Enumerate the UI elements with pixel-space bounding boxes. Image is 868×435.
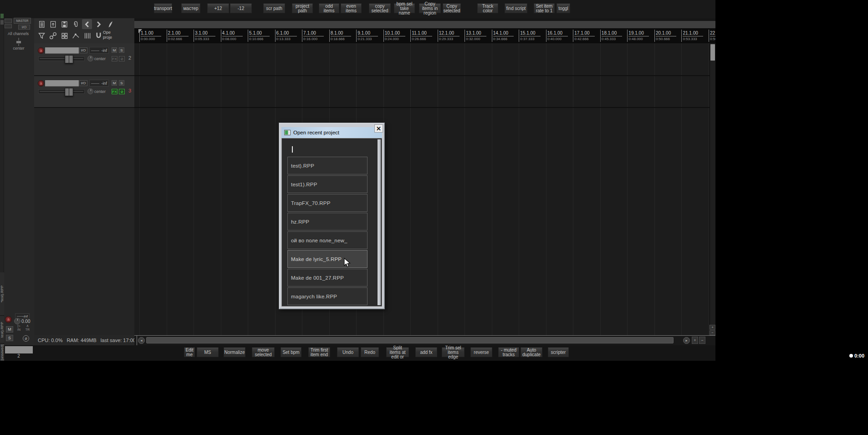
search-input-caret[interactable] <box>292 146 293 153</box>
trim-mode-button[interactable]: ∧ TR <box>24 324 31 334</box>
timeline-ruler[interactable]: 1.1.000:00.0002.1.000:02.6663.1.000:05.3… <box>134 28 715 43</box>
toolbar-button[interactable]: project path <box>292 4 313 13</box>
redo-chevron-icon[interactable] <box>93 19 103 29</box>
v-zoom-in-button[interactable]: + <box>710 325 715 330</box>
master-record-arm-button[interactable]: a <box>5 316 12 323</box>
recent-project-item[interactable]: Make de 001_27.RPP <box>287 269 368 287</box>
toolbar-button[interactable]: move selected <box>252 348 275 357</box>
stretch-lines-icon[interactable] <box>82 31 92 41</box>
record-arm-button[interactable]: a <box>38 47 44 54</box>
fader-handle[interactable] <box>65 55 73 63</box>
toolbar-button[interactable]: Set bpm <box>281 348 301 357</box>
filter-icon[interactable] <box>36 31 46 41</box>
open-project-button[interactable]: Ope proje <box>103 30 118 41</box>
undo-chevron-icon[interactable] <box>82 19 92 29</box>
recent-project-item[interactable]: test1).RPP <box>287 175 368 193</box>
v-zoom-out-button[interactable]: − <box>710 330 715 335</box>
toolbar-button[interactable]: find script <box>505 4 527 13</box>
dialog-scrollbar[interactable] <box>378 139 381 305</box>
fader-handle[interactable] <box>65 88 73 96</box>
toolbar-button[interactable]: even items <box>341 4 362 13</box>
track-name-field[interactable] <box>45 47 79 54</box>
zoom-out-button[interactable]: − <box>699 337 705 344</box>
v-scrollbar[interactable] <box>710 43 715 335</box>
quill-icon[interactable] <box>105 19 115 29</box>
record-arm-button[interactable]: a <box>38 80 44 87</box>
recent-project-item[interactable]: ой во поле поле_new_ <box>287 231 368 249</box>
paperclip-icon[interactable] <box>71 19 81 29</box>
dock-tab[interactable]: test).RPP <box>0 316 4 343</box>
master-env-button[interactable] <box>5 24 12 28</box>
toolbar-button[interactable]: scr path <box>263 4 285 13</box>
solo-button[interactable]: S <box>119 47 124 53</box>
recent-project-item[interactable]: test).RPP <box>287 157 368 174</box>
track-fader[interactable] <box>38 89 85 94</box>
track-volume-field[interactable]: -inf <box>89 80 109 87</box>
toolbar-button[interactable]: add fx <box>415 348 437 357</box>
toolbar-button[interactable]: мастер <box>181 4 200 13</box>
track-name-field[interactable] <box>45 80 79 87</box>
solo-button[interactable]: S <box>119 80 124 86</box>
envelope-point-icon[interactable] <box>71 31 81 41</box>
link-icon[interactable] <box>48 31 58 41</box>
track-io-button[interactable]: I/O <box>79 47 87 53</box>
toolbar-button[interactable]: Track color <box>477 4 498 13</box>
dialog-title-bar[interactable]: Open recent project <box>281 127 382 138</box>
master-fx-button[interactable] <box>5 19 12 23</box>
fx-bypass-button[interactable]: ⊘ <box>119 89 125 94</box>
fx-button[interactable]: FX <box>112 56 117 61</box>
input-monitor-button[interactable]: ▷ IN <box>15 324 23 334</box>
recent-project-item[interactable]: magarych like.RPP <box>287 287 368 305</box>
toolbar-button[interactable]: Trim sel items edge <box>442 348 465 357</box>
toolbar-button[interactable]: Redo <box>361 348 379 357</box>
scroll-left-button[interactable]: ◂ <box>138 337 145 344</box>
toolbar-button[interactable]: scripter <box>548 348 569 357</box>
track-panel[interactable]: a I/O -inf M S center FX ⊘ 3 <box>34 76 134 108</box>
pan-knob[interactable] <box>87 56 93 61</box>
zoom-in-button[interactable]: + <box>692 337 698 344</box>
track-io-button[interactable]: I/O <box>79 80 87 86</box>
toolbar-button[interactable]: toggl <box>557 4 570 13</box>
mute-button[interactable]: M <box>112 80 117 86</box>
recent-project-item[interactable]: TrapFX_70.RPP <box>287 194 368 212</box>
arrange-area[interactable] <box>134 43 710 335</box>
master-io-button[interactable]: I/O <box>18 25 30 30</box>
track-volume-field[interactable]: -inf <box>89 47 109 54</box>
mute-button[interactable]: M <box>112 47 117 53</box>
toolbar-button[interactable]: Set item rate to 1 <box>534 4 555 13</box>
pan-knob[interactable] <box>87 88 93 94</box>
toolbar-button[interactable]: Normalize <box>224 348 245 357</box>
magnet-icon[interactable] <box>93 31 103 41</box>
dialog-close-button[interactable]: ✕ <box>374 124 383 133</box>
scroll-right-button[interactable]: ▸ <box>683 337 690 344</box>
toolbar-button[interactable]: bpm sel take name <box>394 4 415 13</box>
master-mute-button[interactable]: M <box>6 326 13 333</box>
track-fader[interactable] <box>38 56 85 61</box>
toolbar-button[interactable]: Undo <box>337 348 359 357</box>
fx-bypass-button[interactable]: ⊘ <box>119 56 125 61</box>
master-knob[interactable] <box>14 318 20 324</box>
toolbar-button[interactable]: copy selected <box>369 4 391 13</box>
toolbar-button[interactable]: Copy items in region <box>419 4 441 13</box>
toolbar-button[interactable]: +12 <box>207 4 229 13</box>
toolbar-button[interactable]: Auto duplicate <box>521 348 542 357</box>
recent-project-item[interactable]: hz.RPP <box>287 213 368 230</box>
toolbar-button[interactable]: odd items <box>319 4 339 13</box>
h-scroll-thumb[interactable] <box>146 337 674 343</box>
toolbar-button[interactable]: reverse <box>470 348 492 357</box>
grid-icon[interactable] <box>59 31 69 41</box>
master-solo-button[interactable]: S <box>6 335 13 341</box>
toolbar-button[interactable]: MS <box>197 348 219 357</box>
toolbar-button[interactable]: - muted tracks <box>498 348 519 357</box>
save-icon[interactable] <box>59 19 69 29</box>
toolbar-button[interactable]: Copy selected <box>443 4 461 13</box>
toolbar-button[interactable]: Edit me <box>184 348 195 357</box>
toolbar-button[interactable]: -12 <box>230 4 252 13</box>
toolbar-button[interactable]: Trim first item end <box>308 348 330 357</box>
toolbar-button[interactable]: Split items at edit or <box>386 348 409 357</box>
open-document-icon[interactable] <box>48 19 58 29</box>
recent-project-item[interactable]: Make de lyric_5.RPP <box>287 250 368 268</box>
master-fader-handle[interactable] <box>16 41 21 44</box>
dock-tab[interactable]: *test).RPP <box>0 272 4 316</box>
dock-tab[interactable]: [unsaved] <box>0 344 4 361</box>
